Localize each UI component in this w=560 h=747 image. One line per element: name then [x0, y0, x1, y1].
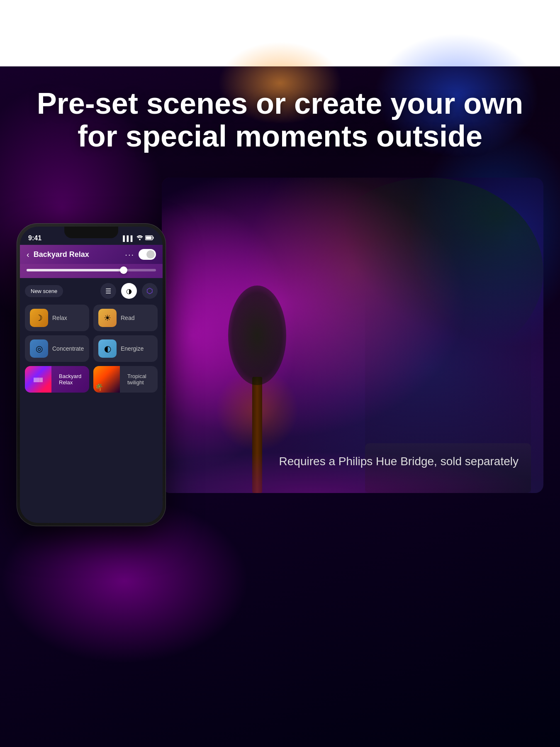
phone-mockup: 9:41 ▌▌▌	[17, 223, 174, 526]
page-wrapper: Pre-set scenes or create your own for sp…	[0, 0, 560, 747]
scene-label-concentrate: Concentrate	[52, 345, 84, 352]
scene-thumb-read: ☀	[98, 309, 117, 327]
phone-time: 9:41	[28, 234, 41, 242]
scene-label-backyard: Backyard Relax	[56, 373, 89, 386]
lifestyle-photo	[162, 178, 543, 493]
brightness-section	[20, 264, 163, 278]
room-title: Backyard Relax	[34, 250, 121, 259]
scene-thumb-energize: ◐	[98, 339, 117, 358]
scene-item-read[interactable]: ☀ Read	[93, 305, 158, 331]
scene-item-tropical[interactable]: 🌴 Tropical twilight	[93, 366, 158, 393]
phone-status-icons: ▌▌▌	[123, 235, 154, 242]
concentrate-icon: ◎	[36, 344, 43, 354]
list-icon: ☰	[105, 287, 111, 295]
svg-rect-2	[153, 237, 154, 239]
scene-item-backyard[interactable]: ▓▓▓ Backyard Relax	[25, 366, 89, 393]
read-icon: ☀	[104, 313, 111, 323]
new-scene-button[interactable]: New scene	[25, 285, 63, 297]
phone-screen-container: 9:41 ▌▌▌	[20, 227, 163, 523]
scene-thumb-concentrate: ◎	[30, 339, 48, 358]
app-header-bar: ‹ Backyard Relax ···	[20, 245, 163, 264]
scene-image-container	[162, 178, 543, 493]
signal-icon: ▌▌▌	[123, 235, 134, 242]
main-content-row: 9:41 ▌▌▌	[0, 178, 560, 493]
backyard-thumb: ▓▓▓	[25, 366, 51, 393]
main-content: Pre-set scenes or create your own for sp…	[0, 66, 560, 493]
phone-outer-shell: 9:41 ▌▌▌	[17, 223, 166, 526]
requires-bridge-text: Requires a Philips Hue Bridge, sold sepa…	[279, 455, 519, 468]
svg-point-0	[139, 239, 141, 240]
color-palette-button[interactable]: ⬡	[142, 283, 158, 299]
scene-grid: ☽ Relax ☀ Read	[25, 305, 158, 393]
back-button[interactable]: ‹	[27, 250, 29, 259]
bottom-section: Requires a Philips Hue Bridge, sold sepa…	[279, 455, 519, 468]
brightness-fill	[27, 269, 124, 271]
menu-button[interactable]: ···	[125, 250, 134, 259]
brightness-thumb[interactable]	[120, 266, 127, 274]
power-toggle[interactable]	[139, 249, 156, 260]
wifi-icon	[136, 235, 143, 242]
battery-icon	[145, 235, 154, 242]
scene-label-read: Read	[121, 315, 134, 321]
tropical-thumb: 🌴	[93, 366, 120, 393]
scene-label-energize: Energize	[121, 345, 144, 352]
phone-screen: 9:41 ▌▌▌	[20, 227, 163, 523]
scene-label-tropical: Tropical twilight	[124, 373, 158, 386]
phone-notch	[64, 227, 118, 238]
grid-view-button[interactable]: ◑	[121, 283, 137, 299]
scene-label-relax: Relax	[52, 315, 67, 321]
svg-rect-3	[146, 236, 152, 239]
scene-item-energize[interactable]: ◐ Energize	[93, 335, 158, 362]
relax-icon: ☽	[35, 313, 43, 323]
energize-icon: ◐	[104, 344, 111, 354]
scene-item-relax[interactable]: ☽ Relax	[25, 305, 89, 331]
top-white-strip	[0, 0, 560, 66]
scene-thumb-relax: ☽	[30, 309, 48, 327]
scenes-section: New scene ☰ ◑	[20, 278, 163, 523]
tree-foliage	[228, 286, 286, 385]
scene-view-icons: ☰ ◑ ⬡	[100, 283, 158, 299]
scene-item-concentrate[interactable]: ◎ Concentrate	[25, 335, 89, 362]
color-wheel-icon: ⬡	[146, 286, 153, 295]
scene-controls-row: New scene ☰ ◑	[25, 283, 158, 299]
brightness-slider[interactable]	[27, 269, 156, 271]
list-view-button[interactable]: ☰	[100, 283, 116, 299]
palette-bw-icon: ◑	[126, 287, 132, 295]
headline: Pre-set scenes or create your own for sp…	[0, 87, 560, 153]
